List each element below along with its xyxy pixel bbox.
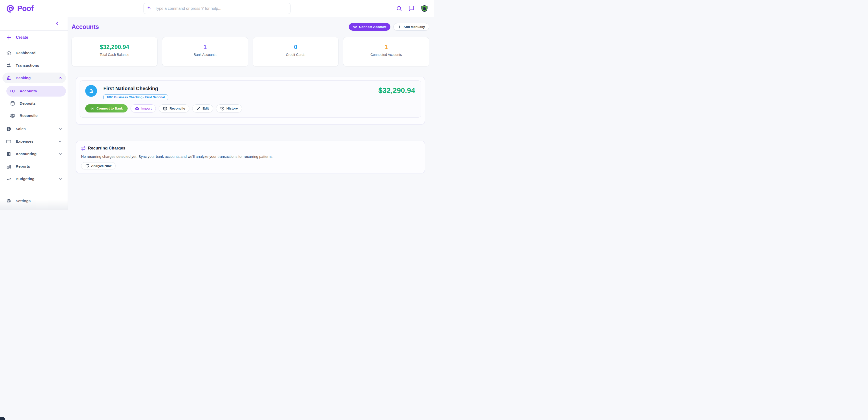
sidebar-item-settings[interactable]: Settings <box>2 196 66 206</box>
sidebar-item-transactions[interactable]: Transactions <box>2 60 66 71</box>
account-name: First National Checking <box>103 85 168 91</box>
edit-button[interactable]: Edit <box>192 104 213 113</box>
recurring-charges-panel: Recurring Charges No recurring charges d… <box>76 141 425 173</box>
gear-icon <box>6 199 11 204</box>
command-bar <box>144 3 291 14</box>
bank-icon <box>88 88 94 94</box>
banknote-icon <box>10 89 15 94</box>
stat-label: Total Cash Balance <box>100 53 129 57</box>
stats-row: $32,290.94 Total Cash Balance 1 Bank Acc… <box>71 37 429 66</box>
history-clock-icon <box>220 106 225 111</box>
chevron-down-icon <box>58 139 62 144</box>
sidebar-item-expenses[interactable]: Expenses <box>2 136 66 147</box>
brand-logo[interactable]: Poof <box>6 4 34 13</box>
sidebar-item-banking[interactable]: Banking <box>2 72 66 83</box>
chevron-down-icon <box>58 177 62 181</box>
calculator-icon <box>6 151 11 157</box>
repeat-icon <box>81 146 86 151</box>
stat-total-cash-balance: $32,290.94 Total Cash Balance <box>71 37 157 66</box>
account-balance: $32,290.94 <box>378 86 415 100</box>
shield-bug-avatar <box>421 5 428 12</box>
recurring-charges-message: No recurring charges detected yet. Sync … <box>81 154 420 158</box>
stat-value: 1 <box>384 43 388 51</box>
account-code-badge: 1000 Business Checking - First National <box>103 94 168 100</box>
sidebar-collapse-button[interactable] <box>55 21 60 26</box>
bank-accounts-panel: First National Checking 1000 Business Ch… <box>76 77 425 124</box>
bank-icon <box>6 76 11 81</box>
chevron-down-icon <box>58 127 62 131</box>
stat-bank-accounts: 1 Bank Accounts <box>162 37 248 66</box>
import-button[interactable]: Import <box>130 104 156 113</box>
page-title: Accounts <box>71 23 99 30</box>
stat-label: Bank Accounts <box>194 53 217 57</box>
database-icon <box>10 101 15 106</box>
command-input[interactable] <box>144 3 291 14</box>
dollar-circle-icon <box>6 126 11 131</box>
sidebar-item-budgeting[interactable]: Budgeting <box>2 174 66 184</box>
history-button[interactable]: History <box>216 104 242 113</box>
sidebar-item-deposits[interactable]: Deposits <box>6 98 66 109</box>
sidebar-item-sales[interactable]: Sales <box>2 123 66 134</box>
banking-submenu: Accounts Deposits Reconcile <box>6 86 66 121</box>
stat-credit-cards: 0 Credit Cards <box>253 37 339 66</box>
bar-chart-icon <box>6 164 11 169</box>
create-label: Create <box>16 35 28 40</box>
connect-account-button[interactable]: Connect Account <box>349 23 391 31</box>
recurring-charges-title: Recurring Charges <box>88 146 125 151</box>
stat-value: $32,290.94 <box>100 43 129 51</box>
bank-account-avatar <box>85 85 97 97</box>
stat-connected-accounts: 1 Connected Accounts <box>343 37 429 66</box>
plus-icon <box>6 35 11 40</box>
stat-value: 1 <box>203 43 207 51</box>
plus-icon <box>398 25 401 29</box>
home-icon <box>6 51 11 56</box>
credit-card-icon <box>6 139 11 144</box>
search-icon <box>396 5 402 11</box>
poof-spiral-icon <box>6 4 15 13</box>
main-content: Accounts Connect Account Add Manually $3… <box>68 17 434 210</box>
chevron-up-icon <box>58 76 62 80</box>
chevron-left-icon <box>55 21 60 26</box>
stat-label: Connected Accounts <box>370 53 402 57</box>
sidebar: Create Dashboard Transactions Banking <box>0 17 68 210</box>
create-button[interactable]: Create <box>0 31 68 43</box>
stat-label: Credit Cards <box>286 53 305 57</box>
refresh-icon <box>85 164 89 168</box>
trending-up-icon <box>6 176 11 182</box>
scale-icon <box>163 106 167 111</box>
swap-arrows-icon <box>6 63 11 68</box>
chat-bubble-icon <box>408 5 414 11</box>
sidebar-item-reports[interactable]: Reports <box>2 161 66 172</box>
sidebar-item-dashboard[interactable]: Dashboard <box>2 48 66 58</box>
sidebar-item-reconcile[interactable]: Reconcile <box>6 110 66 121</box>
stat-value: 0 <box>294 43 297 51</box>
connect-to-bank-button[interactable]: Connect to Bank <box>85 104 128 113</box>
add-manually-button[interactable]: Add Manually <box>393 23 429 31</box>
link-icon <box>90 106 95 111</box>
reconcile-button[interactable]: Reconcile <box>159 104 189 113</box>
search-button[interactable] <box>396 5 402 11</box>
pencil-icon <box>196 106 200 111</box>
chevron-down-icon <box>58 152 62 156</box>
sidebar-item-accounting[interactable]: Accounting <box>2 149 66 159</box>
scale-icon <box>10 113 15 118</box>
link-icon <box>353 25 357 29</box>
account-item: First National Checking 1000 Business Ch… <box>80 80 421 118</box>
chat-button[interactable] <box>408 5 414 11</box>
sidebar-item-accounts[interactable]: Accounts <box>6 86 66 96</box>
sparkles-icon <box>147 6 152 11</box>
user-avatar[interactable] <box>421 5 428 12</box>
brand-name: Poof <box>17 4 34 13</box>
analyze-now-button[interactable]: Analyze Now <box>81 162 116 169</box>
topbar: Poof <box>0 0 434 17</box>
cloud-upload-icon <box>135 106 140 111</box>
sidebar-header <box>0 17 68 31</box>
